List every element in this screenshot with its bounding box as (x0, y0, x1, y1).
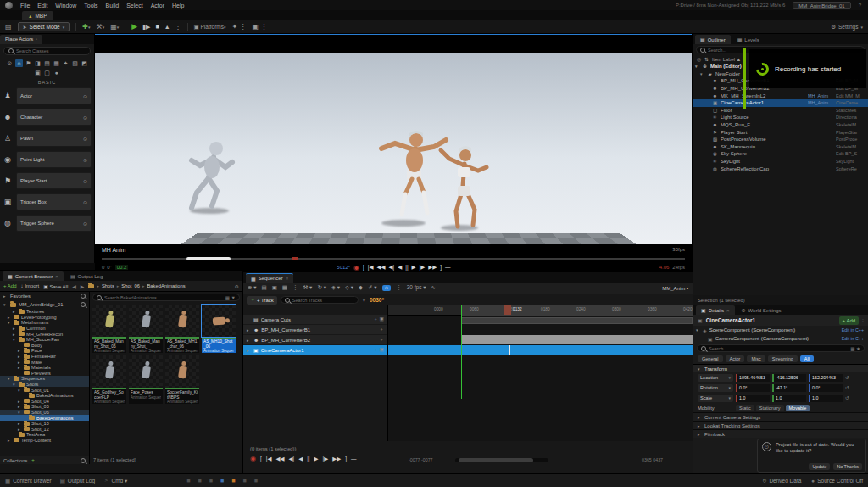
playback-scrub-bar[interactable] (102, 258, 685, 260)
settings-dropdown[interactable]: ⚙ Settings▾ (831, 24, 863, 31)
actor-category-icon[interactable]: ▢ (43, 69, 51, 76)
outliner-row[interactable]: ☻ MK_MH_SwemInL2 MH_Anim Edit MM_M (693, 92, 868, 99)
more-options-icon[interactable]: ⁝ (862, 317, 864, 323)
folder-tree-item[interactable]: ▸ Common (0, 326, 89, 332)
save-all-button[interactable]: ▣ Save All (43, 283, 68, 289)
details-search[interactable]: Search ▦ ★ (697, 344, 865, 352)
select-mode-dropdown[interactable]: ➤ Select Mode▾ (18, 22, 70, 31)
dock-icon[interactable]: ■ (220, 478, 224, 484)
icon-button[interactable]: ◀◀ (275, 456, 284, 462)
place-actors-search[interactable]: Search Classes (3, 47, 91, 55)
menu-item[interactable]: Help (172, 3, 184, 8)
place-actor-item[interactable]: ◍ Trigger Sphere ⊙ (2, 215, 92, 232)
icon-button[interactable]: |◀ (368, 265, 374, 271)
icon-button[interactable]: ▶ (131, 23, 137, 31)
actor-category-icon[interactable]: ⊙ (6, 59, 14, 67)
actor-category-icon[interactable]: ◨ (34, 59, 42, 67)
component-row[interactable]: ▣ CameraComponent (CameraComponent) Edit… (693, 334, 868, 343)
outliner-row[interactable]: ▧ PostProcessVolume PostProce (693, 136, 868, 143)
folder-tree-item[interactable]: ▾ Sequences (0, 376, 89, 382)
toast-button[interactable]: No Thanks (833, 463, 862, 470)
outliner-row[interactable]: ◍ SphereReflectionCap SphereRe (693, 165, 868, 172)
search-icon[interactable] (81, 302, 86, 307)
folder-tree-item[interactable]: ▾ Metahumans (0, 320, 89, 326)
icon-button[interactable]: [ (363, 265, 364, 271)
capture-icon[interactable]: ▣ ⋮ (252, 23, 267, 31)
filter-chip[interactable]: General (698, 355, 723, 362)
title-map-button[interactable]: MM_AnimBridge_01 (793, 2, 850, 9)
camera-cuts-section[interactable] (461, 317, 693, 324)
icon-button[interactable]: ◆ (359, 285, 363, 291)
range-end-values[interactable]: 0365 0437 (642, 457, 663, 462)
level-tab[interactable]: ▲ MBP (22, 11, 53, 20)
asset-tile[interactable]: AS_Baked_Manny_Shot_06 Animation Sequenc (92, 305, 126, 353)
track-search[interactable]: Search Tracks (281, 296, 359, 304)
icon-button[interactable]: ◀| (389, 265, 395, 271)
transform-label-dropdown[interactable]: Scale▾ (698, 395, 733, 402)
view-options-icon[interactable]: ▦ ▼ (225, 295, 236, 300)
icon-button[interactable]: || (405, 265, 408, 271)
actor-category-icon[interactable]: ⚑ (25, 59, 32, 67)
actor-category-icon[interactable]: ▧ (71, 59, 79, 67)
edit-in-cpp-link[interactable]: Edit in C++ (842, 336, 864, 341)
icon-button[interactable]: ] (345, 456, 347, 462)
icon-button[interactable]: — (445, 265, 451, 271)
icon-button[interactable]: ⊕ ▾ (248, 285, 257, 291)
menu-item[interactable]: Window (55, 3, 76, 8)
actor-category-icon[interactable]: ∩ (15, 59, 23, 67)
tab-outliner[interactable]: ▤ Outliner (695, 35, 731, 44)
icon-button[interactable]: ∿ (431, 285, 436, 291)
cinematics-icon[interactable]: ▦▾ (110, 23, 119, 31)
folder-tree-item[interactable]: ▸ LevelPrototyping (0, 315, 89, 321)
x-value-field[interactable]: 0.0° (736, 384, 770, 392)
place-actor-pill[interactable]: Point Light ⊙ (16, 151, 92, 168)
outliner-row[interactable]: ☀ Light Source Directiona (693, 114, 868, 121)
filter-chip[interactable]: Streaming (768, 355, 798, 362)
dock-icon[interactable]: ■ (209, 478, 213, 484)
sidebar-toggle-icon[interactable]: ▤ (5, 23, 12, 31)
current-time-field[interactable]: 0030* (370, 297, 384, 303)
folder-tree-item[interactable]: ▸ MH_GreekRecon (0, 331, 89, 337)
place-actor-pill[interactable]: Actor ⊙ (16, 87, 92, 104)
place-actor-pill[interactable]: Player Start ⊙ (16, 172, 92, 189)
favorites-row[interactable]: ▸Favorites (0, 292, 89, 300)
z-value-field[interactable]: 1.0 (809, 395, 843, 402)
track-actions[interactable]: ＋ (380, 337, 385, 343)
icon-button[interactable]: ▶ (314, 456, 319, 462)
menu-item[interactable]: Edit (37, 3, 47, 8)
collections-bar[interactable]: Collections ＋ (0, 456, 89, 464)
playhead-marker[interactable] (292, 257, 298, 260)
sequencer-track[interactable]: ▤ Camera Cuts ＋ ▣ (243, 315, 387, 324)
sequencer-track[interactable]: ▸ ☻ BP_MH_ConverterB1 ＋ (243, 325, 387, 334)
nav-forward-icon[interactable]: ▶ (81, 283, 85, 289)
place-actor-item[interactable]: ◉ Point Light ⊙ (2, 151, 92, 168)
transport-buttons[interactable]: [|◀◀◀◀|◀||▶|▶▶▶]— (363, 265, 451, 271)
icon-button[interactable]: ↻ ▾ (317, 285, 326, 291)
outliner-row[interactable]: ☻ SK_Mannequin SkeletalM (693, 143, 868, 151)
z-value-field[interactable]: 0.0° (809, 384, 843, 392)
asset-tile[interactable]: AS_Baked_Manny_Shot_ Animation Sequenc (129, 305, 163, 353)
icon-button[interactable]: ▶▶ (332, 456, 341, 462)
icon-button[interactable]: ✐ ▾ (368, 285, 377, 291)
range-end-line[interactable] (648, 305, 648, 399)
outliner-row[interactable]: ◉ Sky Sphere Edit BP_S (693, 150, 868, 158)
cb-settings-icon[interactable]: ⚙ (235, 283, 239, 289)
transform-label-dropdown[interactable]: Rotation▾ (698, 384, 733, 392)
details-section-header[interactable]: ▸Filmback (693, 429, 868, 438)
icon-button[interactable]: ◇ ▾ (345, 285, 353, 291)
filter-chip[interactable]: Misc (747, 355, 765, 362)
tab-details[interactable]: ▣ Details × (696, 305, 735, 315)
icon-button[interactable]: ▲ (164, 24, 170, 30)
place-actor-item[interactable]: ⚑ Player Start ⊙ (2, 172, 92, 189)
place-actor-item[interactable]: ▣ Trigger Box ⊙ (2, 193, 92, 210)
outliner-row[interactable]: ▢ Floor StaticMes (693, 107, 868, 115)
folder-tree-item[interactable]: ▸ Textures (0, 309, 89, 315)
place-actor-item[interactable]: ♟ Actor ⊙ (2, 87, 92, 104)
sort-icon[interactable]: ⇅ (704, 57, 709, 62)
transform-header[interactable]: ▾Transform (693, 364, 868, 372)
search-icon[interactable] (81, 294, 86, 299)
add-collection-icon[interactable]: ＋ (31, 456, 36, 464)
icon-button[interactable]: ◀ (398, 265, 402, 271)
y-value-field[interactable]: -416.12506 (772, 374, 806, 382)
x-value-field[interactable]: 1.0 (736, 395, 770, 402)
